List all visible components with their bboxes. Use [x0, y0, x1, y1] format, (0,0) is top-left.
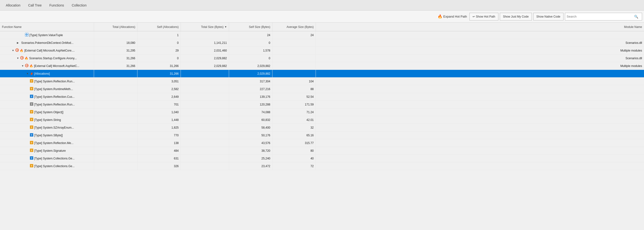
cell-total-alloc: [94, 101, 138, 108]
svg-text:T: T: [31, 118, 32, 121]
cell-self-size: 1,578: [229, 47, 272, 54]
cell-module: [316, 162, 644, 170]
fn-icon: T: [30, 95, 33, 99]
table-row[interactable]: Scenarios.PokemonDbContext.OnMod... 18,0…: [0, 39, 644, 47]
fn-text: Scenarios.Startup.Configure.Anony...: [29, 57, 77, 60]
expand-btn[interactable]: [16, 57, 19, 59]
cell-self-size: 2,029,882: [229, 62, 272, 70]
fn-text: [Allocations]: [34, 72, 50, 75]
cell-total-size: 2,029,882: [181, 62, 229, 70]
cell-avg-size: 65.16: [272, 132, 316, 139]
hot-flame-icon: 🔥: [30, 64, 33, 68]
cell-module: [316, 147, 644, 154]
cell-avg-size: [272, 70, 316, 77]
table-row[interactable]: T [Type] System.Collections.Ge... 326 23…: [0, 162, 644, 170]
tab-collection[interactable]: Collection: [68, 2, 90, 9]
table-row[interactable]: T [Type] System.String 1,448 60,832 42.0…: [0, 116, 644, 124]
col-self-size: Self Size (Bytes): [229, 23, 272, 31]
fn-icon: T: [30, 110, 33, 114]
cell-self-size: 139,176: [229, 93, 272, 100]
table-row[interactable]: 🔥 [External Call] Microsoft.AspNetCore..…: [0, 47, 644, 54]
fn-icon: T: [30, 118, 33, 122]
table-row[interactable]: T [Type] System.SZArrayEnum... 1,825 58,…: [0, 124, 644, 132]
tab-call-tree[interactable]: Call Tree: [24, 2, 46, 9]
cell-self-alloc: 29: [138, 47, 181, 54]
cell-fn: T [Type] System.Collections.Ge...: [0, 155, 94, 162]
fn-text: [Type] System.SZArrayEnum...: [34, 126, 74, 129]
svg-text:T: T: [31, 103, 32, 105]
show-native-code-button[interactable]: Show Native Code: [533, 13, 564, 20]
fn-icon: T: [30, 133, 33, 137]
show-just-my-code-button[interactable]: Show Just My Code: [500, 13, 532, 20]
show-hot-path-button[interactable]: ↩ Show Hot Path: [470, 13, 498, 20]
expand-btn[interactable]: [12, 49, 14, 52]
cell-module: [316, 132, 644, 139]
svg-text:T: T: [31, 157, 32, 159]
svg-rect-1: [25, 33, 26, 34]
cell-total-size: [181, 70, 229, 77]
table-row[interactable]: T [Type] System.RuntimeMeth... 2,582 227…: [0, 85, 644, 93]
cell-self-size: 0: [229, 54, 272, 62]
cell-avg-size: [272, 54, 316, 62]
svg-text:T: T: [31, 142, 32, 144]
expand-alloc-btn[interactable]: [26, 72, 29, 75]
cell-fn: T [Type] System.Reflection.Run...: [0, 78, 94, 85]
cell-self-alloc: 631: [138, 155, 181, 162]
svg-text:T: T: [31, 80, 32, 82]
table-row[interactable]: T [Type] System.Collections.Ge... 631 25…: [0, 155, 644, 162]
flame-icon: 🔥: [438, 14, 442, 19]
cell-total-size: [181, 124, 229, 131]
tab-allocation[interactable]: Allocation: [2, 2, 24, 9]
table-row[interactable]: T [Type] System.SByte[] 770 50,176 65.16: [0, 132, 644, 139]
cell-module: [316, 31, 644, 39]
cell-self-size: 58,400: [229, 124, 272, 131]
table-row[interactable]: T [Type] System.Reflection.Run... 701 12…: [0, 101, 644, 108]
expand-btn[interactable]: [21, 64, 24, 67]
table-row[interactable]: T [Type] System.Reflection.Cus... 2,649 …: [0, 93, 644, 101]
col-avg-size: Average Size (Bytes): [272, 23, 316, 31]
table-row[interactable]: T [Type] System.Signature 484 38,720 80: [0, 147, 644, 155]
cell-fn: 🔥 Scenarios.Startup.Configure.Anony...: [0, 54, 94, 62]
col-total-alloc: Total (Allocations): [94, 23, 138, 31]
table-row[interactable]: [Type] System.ValueTuple 1 24 24: [0, 31, 644, 39]
sort-arrow-desc: ▼: [224, 25, 227, 28]
search-box[interactable]: 🔍: [565, 13, 642, 20]
cell-total-alloc: [94, 70, 138, 77]
svg-text:T: T: [31, 95, 32, 98]
svg-text:T: T: [31, 149, 32, 152]
search-input[interactable]: [566, 15, 634, 18]
fn-text: [Type] System.String: [34, 118, 61, 122]
cell-avg-size: 72: [272, 162, 316, 170]
cell-self-alloc: 1: [138, 31, 181, 39]
table-row[interactable]: [Allocations] 31,266 2,029,882: [0, 70, 644, 78]
toolbar: 🔥 Expand Hot Path ↩ Show Hot Path Show J…: [0, 10, 644, 23]
cell-self-alloc: 3,051: [138, 78, 181, 85]
tab-functions[interactable]: Functions: [46, 2, 68, 9]
fn-icon: T: [30, 125, 33, 130]
fn-icon: T: [30, 102, 33, 106]
cell-self-size: 50,176: [229, 132, 272, 139]
cell-total-alloc: [94, 93, 138, 100]
cell-self-alloc: 701: [138, 101, 181, 108]
table-row[interactable]: 🔥 [External Call] Microsoft.AspNetC... 3…: [0, 62, 644, 70]
cell-total-size: [181, 108, 229, 116]
svg-text:T: T: [31, 165, 32, 167]
cell-avg-size: 171.59: [272, 101, 316, 108]
cell-total-size: [181, 78, 229, 85]
expand-btn[interactable]: [16, 41, 19, 44]
cell-total-alloc: [94, 116, 138, 124]
cell-module: Multiple modules: [316, 62, 644, 70]
cell-module: [316, 155, 644, 162]
cell-self-alloc: 770: [138, 132, 181, 139]
cell-self-alloc: 484: [138, 147, 181, 154]
cell-total-alloc: [94, 124, 138, 131]
table-row[interactable]: T [Type] System.Reflection.Run... 3,051 …: [0, 78, 644, 85]
cell-self-size: 24: [229, 31, 272, 39]
col-total-size[interactable]: Total Size (Bytes) ▼: [181, 23, 229, 31]
table-row[interactable]: T [Type] System.Reflection.Me... 138 43,…: [0, 139, 644, 147]
table-row[interactable]: T [Type] System.Object[] 1,040 74,088 71…: [0, 108, 644, 116]
cell-avg-size: 88: [272, 85, 316, 93]
table-row[interactable]: 🔥 Scenarios.Startup.Configure.Anony... 3…: [0, 54, 644, 62]
fn-icon: T: [30, 87, 33, 91]
cell-fn: 🔥 [External Call] Microsoft.AspNetC...: [0, 62, 94, 70]
